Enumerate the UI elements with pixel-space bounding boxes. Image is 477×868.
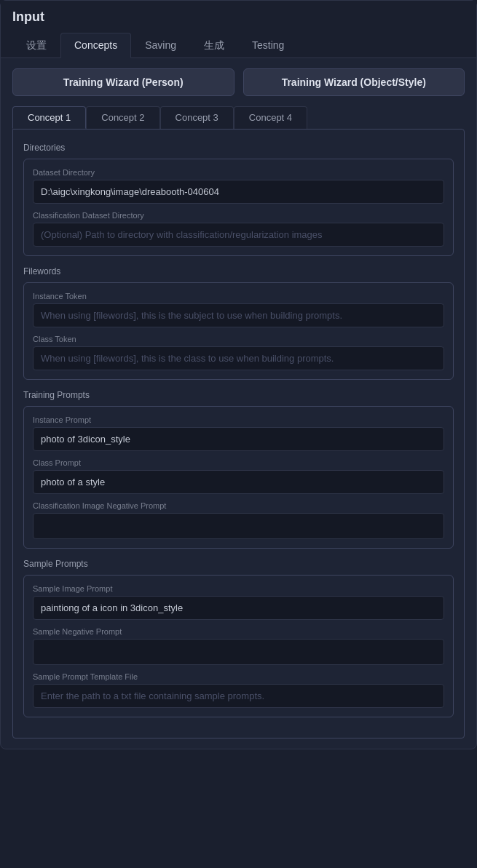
- filewords-group: Instance Token Class Token: [23, 282, 454, 380]
- sample-image-prompt-input[interactable]: [33, 596, 444, 620]
- concept-tabs: Concept 1 Concept 2 Concept 3 Concept 4: [12, 106, 465, 129]
- tab-concepts[interactable]: Concepts: [60, 33, 131, 58]
- classification-directory-field: Classification Dataset Directory: [33, 211, 444, 247]
- concept-tab-3[interactable]: Concept 3: [160, 106, 234, 129]
- classification-directory-legend: Classification Dataset Directory: [33, 211, 444, 220]
- instance-token-legend: Instance Token: [33, 292, 444, 300]
- tab-generate[interactable]: 生成: [190, 33, 238, 58]
- sample-negative-prompt-legend: Sample Negative Prompt: [33, 627, 444, 636]
- class-prompt-field: Class Prompt: [33, 458, 444, 494]
- tab-bar: 设置 Concepts Saving 生成 Testing: [12, 32, 465, 57]
- classification-negative-field: Classification Image Negative Prompt: [33, 501, 444, 539]
- class-token-legend: Class Token: [33, 335, 444, 343]
- concept-tab-2[interactable]: Concept 2: [86, 106, 159, 129]
- filewords-label: Filewords: [23, 266, 454, 276]
- sample-template-file-input[interactable]: [33, 684, 444, 708]
- directories-group: Dataset Directory Classification Dataset…: [23, 159, 454, 256]
- sample-template-file-field: Sample Prompt Template File: [33, 672, 444, 708]
- tab-saving[interactable]: Saving: [131, 33, 190, 58]
- main-content: Training Wizard (Person) Training Wizard…: [1, 58, 476, 749]
- instance-token-field: Instance Token: [33, 292, 444, 327]
- class-token-input[interactable]: [33, 346, 444, 370]
- wizard-buttons: Training Wizard (Person) Training Wizard…: [12, 68, 465, 96]
- instance-prompt-field: Instance Prompt: [33, 415, 444, 451]
- sample-prompts-label: Sample Prompts: [23, 559, 454, 569]
- page-title: Input: [12, 9, 465, 25]
- sample-negative-prompt-input[interactable]: [33, 639, 444, 665]
- sample-image-prompt-field: Sample Image Prompt: [33, 584, 444, 620]
- classification-negative-legend: Classification Image Negative Prompt: [33, 501, 444, 510]
- instance-token-input[interactable]: [33, 303, 444, 327]
- dataset-directory-input[interactable]: [33, 180, 444, 204]
- training-prompts-label: Training Prompts: [23, 390, 454, 400]
- header-bar: Input 设置 Concepts Saving 生成 Testing: [1, 1, 476, 58]
- dataset-directory-legend: Dataset Directory: [33, 168, 444, 177]
- sample-prompts-group: Sample Image Prompt Sample Negative Prom…: [23, 575, 454, 717]
- sample-image-prompt-legend: Sample Image Prompt: [33, 584, 444, 593]
- classification-negative-input[interactable]: [33, 513, 444, 539]
- class-prompt-legend: Class Prompt: [33, 458, 444, 467]
- sample-negative-prompt-field: Sample Negative Prompt: [33, 627, 444, 665]
- page-wrapper: Input 设置 Concepts Saving 生成 Testing Trai…: [0, 0, 477, 749]
- classification-directory-input[interactable]: [33, 223, 444, 247]
- class-token-field: Class Token: [33, 335, 444, 370]
- tab-settings[interactable]: 设置: [12, 33, 60, 58]
- class-prompt-input[interactable]: [33, 470, 444, 494]
- concept-tab-1[interactable]: Concept 1: [12, 106, 86, 129]
- sample-template-file-legend: Sample Prompt Template File: [33, 672, 444, 681]
- instance-prompt-legend: Instance Prompt: [33, 415, 444, 424]
- instance-prompt-input[interactable]: [33, 427, 444, 451]
- directories-label: Directories: [23, 143, 454, 153]
- training-prompts-group: Instance Prompt Class Prompt Classificat…: [23, 406, 454, 549]
- concept-tab-4[interactable]: Concept 4: [234, 106, 307, 129]
- dataset-directory-field: Dataset Directory: [33, 168, 444, 204]
- wizard-person-button[interactable]: Training Wizard (Person): [12, 68, 234, 96]
- wizard-object-button[interactable]: Training Wizard (Object/Style): [243, 68, 465, 96]
- concept-panel: Directories Dataset Directory Classifica…: [12, 129, 465, 738]
- tab-testing[interactable]: Testing: [238, 33, 298, 58]
